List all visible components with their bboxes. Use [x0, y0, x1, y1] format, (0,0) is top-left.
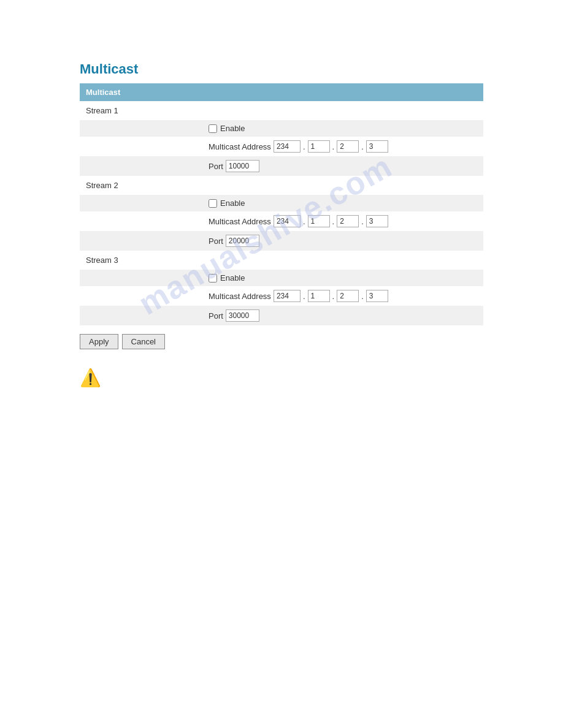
stream-2-addr-row: Multicast Address . . .	[80, 211, 483, 231]
stream-2-addr-1[interactable]	[274, 215, 301, 227]
stream-3-port-row: Port	[80, 306, 483, 325]
apply-button[interactable]: Apply	[80, 334, 118, 349]
stream-2-port-row: Port	[80, 231, 483, 251]
stream-3-label-row: Stream 3	[80, 251, 483, 270]
stream-3-enable-text: Enable	[220, 273, 245, 282]
stream-3-addr-row: Multicast Address . . .	[80, 286, 483, 306]
stream-2-addr-2[interactable]	[308, 215, 330, 227]
multicast-table: Multicast Stream 1 Enable Multicast Addr…	[80, 83, 483, 325]
stream-2-addr-label: Multicast Address	[209, 217, 271, 226]
stream-3-enable-label[interactable]: Enable	[209, 273, 477, 282]
stream-1-addr-4[interactable]	[366, 140, 388, 153]
stream-3-addr-1[interactable]	[274, 290, 301, 302]
stream-3-enable-checkbox[interactable]	[209, 274, 217, 282]
stream-2-enable-checkbox[interactable]	[209, 199, 217, 208]
stream-2-port-input[interactable]	[226, 235, 259, 247]
stream-1-port-label: Port	[209, 162, 223, 171]
page-title: Multicast	[80, 61, 483, 77]
stream-1-port-input[interactable]	[226, 160, 259, 172]
stream-2-enable-row: Enable	[80, 195, 483, 211]
table-header: Multicast	[80, 83, 483, 101]
stream-3-port-label: Port	[209, 311, 223, 320]
stream-3-addr-3[interactable]	[337, 290, 359, 302]
stream-1-addr-2[interactable]	[308, 140, 330, 153]
stream-1-port-row: Port	[80, 156, 483, 176]
stream-2-addr-3[interactable]	[337, 215, 359, 227]
stream-2-label-row: Stream 2	[80, 176, 483, 195]
stream-1-enable-label[interactable]: Enable	[209, 124, 477, 133]
stream-1-addr-label: Multicast Address	[209, 142, 271, 151]
stream-3-addr-label: Multicast Address	[209, 292, 271, 301]
warning-icon: ⚠️	[80, 368, 483, 388]
stream-1-enable-text: Enable	[220, 124, 245, 133]
stream-3-addr-4[interactable]	[366, 290, 388, 302]
stream-2-enable-label[interactable]: Enable	[209, 199, 477, 208]
stream-1-label-row: Stream 1	[80, 101, 483, 120]
stream-1-addr-row: Multicast Address . . .	[80, 137, 483, 156]
stream-1-enable-row: Enable	[80, 120, 483, 137]
stream-1-enable-checkbox[interactable]	[209, 124, 217, 133]
buttons-row: Apply Cancel	[80, 334, 483, 349]
cancel-button[interactable]: Cancel	[122, 334, 165, 349]
stream-2-enable-text: Enable	[220, 199, 245, 208]
stream-2-port-label: Port	[209, 237, 223, 246]
stream-3-port-input[interactable]	[226, 309, 259, 322]
stream-1-addr-1[interactable]	[274, 140, 301, 153]
stream-3-addr-2[interactable]	[308, 290, 330, 302]
stream-2-addr-4[interactable]	[366, 215, 388, 227]
stream-1-addr-3[interactable]	[337, 140, 359, 153]
stream-3-enable-row: Enable	[80, 270, 483, 286]
